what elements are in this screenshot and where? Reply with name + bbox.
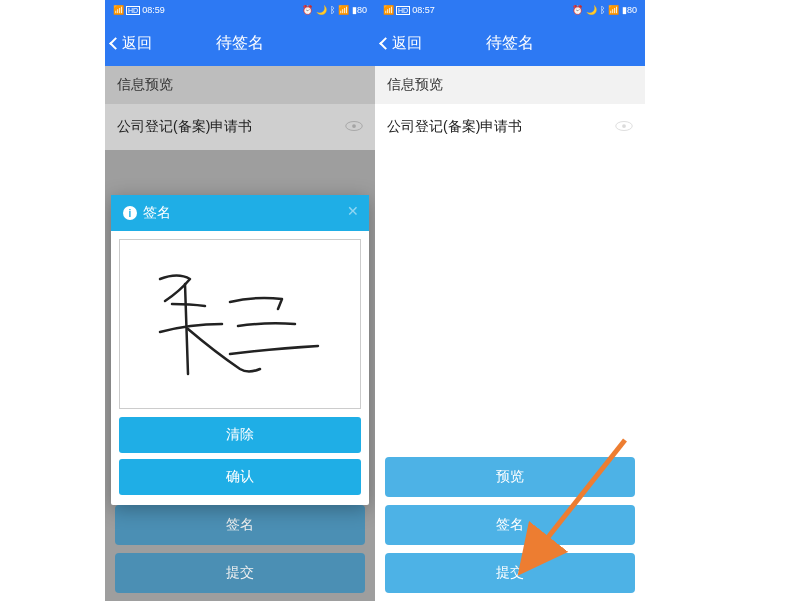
signal-icon: 📶 — [383, 5, 394, 15]
info-icon: i — [123, 206, 137, 220]
list-item[interactable]: 公司登记(备案)申请书 — [375, 104, 645, 150]
submit-button: 提交 — [115, 553, 365, 593]
bottom-buttons: 预览 签名 提交 — [375, 457, 645, 593]
page-title: 待签名 — [486, 33, 534, 54]
svg-point-3 — [622, 124, 626, 128]
phone-screen-right: 📶 HD 08:57 ⏰ 🌙 ᛒ 📶 ▮80 返回 待签名 信息预览 公司登记(… — [375, 0, 645, 601]
submit-button[interactable]: 提交 — [385, 553, 635, 593]
dnd-icon: 🌙 — [586, 5, 597, 15]
page-title: 待签名 — [216, 33, 264, 54]
section-header: 信息预览 — [375, 66, 645, 104]
bluetooth-icon: ᛒ — [330, 5, 335, 15]
battery-icon: ▮80 — [352, 5, 367, 15]
battery-icon: ▮80 — [622, 5, 637, 15]
status-time: 08:59 — [142, 5, 165, 15]
dialog-title: 签名 — [143, 204, 171, 222]
alarm-icon: ⏰ — [572, 5, 583, 15]
confirm-button[interactable]: 确认 — [119, 459, 361, 495]
sign-button: 签名 — [115, 505, 365, 545]
hd-icon: HD — [396, 6, 410, 15]
section-header: 信息预览 — [105, 66, 375, 104]
signal-icon: 📶 — [113, 5, 124, 15]
status-time: 08:57 — [412, 5, 435, 15]
chevron-left-icon — [379, 37, 392, 50]
signature-drawing — [130, 254, 350, 394]
alarm-icon: ⏰ — [302, 5, 313, 15]
preview-button[interactable]: 预览 — [385, 457, 635, 497]
nav-bar: 返回 待签名 — [105, 20, 375, 66]
back-button[interactable]: 返回 — [375, 34, 422, 53]
chevron-left-icon — [109, 37, 122, 50]
wifi-icon: 📶 — [608, 5, 619, 15]
eye-icon[interactable] — [615, 119, 633, 135]
phone-screen-left: 📶 HD 08:59 ⏰ 🌙 ᛒ 📶 ▮80 返回 待签名 信息预览 — [105, 0, 375, 601]
nav-bar: 返回 待签名 — [375, 20, 645, 66]
close-icon[interactable]: ✕ — [347, 203, 359, 219]
status-bar: 📶 HD 08:57 ⏰ 🌙 ᛒ 📶 ▮80 — [375, 0, 645, 20]
dnd-icon: 🌙 — [316, 5, 327, 15]
list-item[interactable]: 公司登记(备案)申请书 — [105, 104, 375, 150]
list-item-label: 公司登记(备案)申请书 — [387, 118, 522, 136]
signature-canvas[interactable] — [119, 239, 361, 409]
back-button[interactable]: 返回 — [105, 34, 152, 53]
list-item-label: 公司登记(备案)申请书 — [117, 118, 252, 136]
bluetooth-icon: ᛒ — [600, 5, 605, 15]
sign-button[interactable]: 签名 — [385, 505, 635, 545]
wifi-icon: 📶 — [338, 5, 349, 15]
dialog-header: i 签名 ✕ — [111, 195, 369, 231]
signature-dialog: i 签名 ✕ — [111, 195, 369, 505]
svg-point-1 — [352, 124, 356, 128]
eye-icon[interactable] — [345, 119, 363, 135]
hd-icon: HD — [126, 6, 140, 15]
status-bar: 📶 HD 08:59 ⏰ 🌙 ᛒ 📶 ▮80 — [105, 0, 375, 20]
clear-button[interactable]: 清除 — [119, 417, 361, 453]
